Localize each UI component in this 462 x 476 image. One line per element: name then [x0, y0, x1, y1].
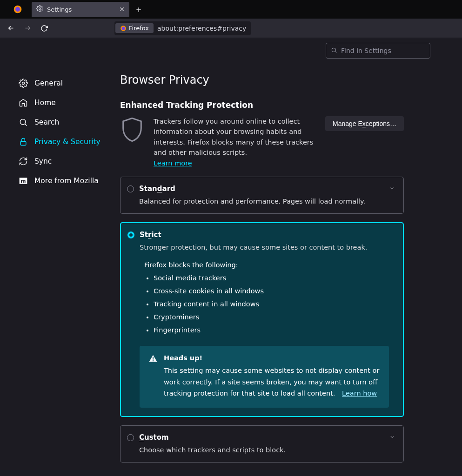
url-bar[interactable]: Firefox about:preferences#privacy: [114, 21, 251, 35]
identity-pill[interactable]: Firefox: [115, 23, 154, 33]
list-item: Fingerprinters: [154, 326, 395, 334]
reload-button[interactable]: [37, 21, 51, 35]
tab-strip: Settings ✕ ＋: [0, 0, 462, 19]
learn-more-link[interactable]: Learn more: [154, 159, 192, 167]
firefox-logo-icon: [4, 5, 32, 14]
forward-button[interactable]: [20, 21, 34, 35]
protection-card-custom[interactable]: Custom Choose which trackers and scripts…: [120, 425, 404, 463]
svg-point-1: [15, 7, 20, 12]
sidebar-item-home[interactable]: Home: [17, 93, 111, 112]
sidebar-item-label: Privacy & Security: [34, 138, 100, 146]
radio-icon[interactable]: [127, 434, 134, 441]
manage-exceptions-button[interactable]: Manage Exceptions…: [325, 116, 404, 131]
blocks-list: Social media trackers Cross-site cookies…: [129, 274, 395, 334]
svg-point-6: [22, 82, 25, 85]
list-item: Social media trackers: [154, 274, 395, 282]
back-button[interactable]: [4, 21, 18, 35]
protection-card-strict[interactable]: Strict Stronger protection, but may caus…: [120, 222, 404, 417]
sidebar-item-label: More from Mozilla: [34, 177, 99, 185]
list-item: Tracking content in all windows: [154, 300, 395, 308]
svg-rect-8: [20, 141, 26, 145]
list-item: Cross-site cookies in all windows: [154, 287, 395, 295]
url-text: about:preferences#privacy: [154, 25, 250, 32]
sidebar-item-label: General: [34, 79, 63, 87]
blocks-intro: Firefox blocks the following:: [129, 261, 395, 269]
nav-toolbar: Firefox about:preferences#privacy: [0, 19, 462, 38]
sidebar-item-privacy[interactable]: Privacy & Security: [17, 132, 111, 152]
sidebar-item-general[interactable]: General: [17, 73, 111, 93]
card-description: Stronger protection, but may cause some …: [129, 244, 395, 251]
find-in-settings[interactable]: Find in Settings: [326, 43, 430, 59]
shield-icon: [120, 116, 144, 145]
search-icon: [331, 47, 337, 55]
svg-text:m: m: [20, 178, 26, 184]
card-description: Balanced for protection and performance.…: [129, 198, 395, 205]
headsup-title: Heads up!: [164, 352, 381, 364]
new-tab-button[interactable]: ＋: [132, 3, 145, 16]
page-title: Browser Privacy: [120, 73, 404, 86]
section-heading: Enhanced Tracking Protection: [120, 100, 404, 110]
etp-description: Trackers follow you around online to col…: [154, 118, 313, 156]
card-description: Choose which trackers and scripts to blo…: [129, 446, 395, 454]
card-title: Custom: [139, 433, 169, 442]
sidebar-item-sync[interactable]: Sync: [17, 152, 111, 171]
svg-point-5: [332, 48, 335, 52]
svg-point-7: [20, 119, 26, 125]
svg-point-2: [39, 8, 41, 10]
chevron-down-icon[interactable]: [389, 434, 395, 441]
sidebar-item-label: Sync: [34, 157, 52, 165]
identity-label: Firefox: [129, 25, 149, 32]
settings-content: Browser Privacy Enhanced Tracking Protec…: [111, 38, 436, 476]
warning-icon: [148, 353, 158, 365]
tab-settings[interactable]: Settings ✕: [32, 2, 129, 17]
list-item: Cryptominers: [154, 313, 395, 321]
sidebar-item-label: Home: [34, 99, 56, 107]
sidebar-item-more-from-mozilla[interactable]: m More from Mozilla: [17, 171, 111, 191]
sidebar-item-label: Search: [34, 118, 59, 126]
tab-title: Settings: [47, 6, 72, 13]
sidebar-item-search[interactable]: Search: [17, 112, 111, 132]
close-icon[interactable]: ✕: [119, 6, 125, 13]
heads-up-callout: Heads up! This setting may cause some we…: [140, 346, 389, 408]
svg-point-4: [122, 26, 125, 30]
learn-how-link[interactable]: Learn how: [342, 390, 377, 397]
card-title: Strict: [140, 231, 161, 239]
protection-card-standard[interactable]: Standard Balanced for protection and per…: [120, 177, 404, 214]
gear-icon: [36, 5, 43, 13]
settings-sidebar: General Home Search Privacy & Security S…: [0, 38, 111, 476]
card-title: Standard: [139, 185, 175, 193]
chevron-down-icon[interactable]: [389, 185, 395, 192]
search-placeholder: Find in Settings: [341, 47, 391, 54]
